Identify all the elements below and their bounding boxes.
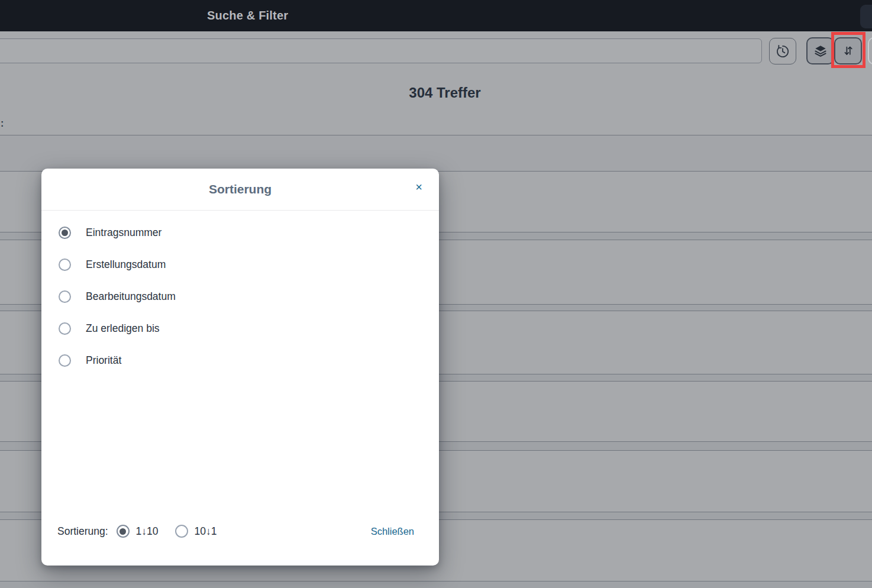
sort-option-eintragsnummer[interactable]: Eintragsnummer — [41, 217, 439, 248]
partial-edge-button[interactable] — [868, 37, 872, 64]
layers-icon — [813, 43, 828, 59]
sort-button[interactable] — [834, 37, 862, 64]
radio-icon[interactable] — [59, 259, 71, 271]
history-button[interactable] — [769, 38, 796, 64]
radio-selected-icon[interactable] — [117, 525, 130, 538]
sort-option-erstellungsdatum[interactable]: Erstellungsdatum — [41, 248, 439, 280]
page-title: Suche & Filter — [207, 0, 288, 31]
sort-option-label: Zu erledigen bis — [86, 322, 160, 335]
close-dialog-button[interactable]: Schließen — [371, 526, 414, 537]
sort-dialog: Sortierung × Eintragsnummer Erstellungsd… — [41, 169, 439, 566]
sort-dialog-footer: Sortierung: 1↓10 10↓1 Schließen — [41, 504, 439, 566]
radio-icon[interactable] — [59, 322, 71, 335]
cutoff-label-fragment: : — [1, 118, 4, 129]
sort-option-label: Erstellungsdatum — [86, 259, 166, 271]
sort-arrows-icon — [841, 43, 856, 59]
results-count: 304 Treffer — [0, 85, 872, 101]
close-icon[interactable]: × — [411, 179, 427, 195]
sort-option-label: Priorität — [86, 354, 121, 367]
app-header: Suche & Filter — [0, 0, 872, 31]
radio-icon[interactable] — [59, 354, 71, 367]
radio-icon[interactable] — [59, 290, 71, 303]
radio-selected-icon[interactable] — [59, 227, 71, 239]
sort-option-prioritaet[interactable]: Priorität — [41, 344, 439, 376]
sort-option-label: Bearbeitungsdatum — [86, 290, 176, 303]
search-input[interactable] — [0, 38, 762, 63]
layers-button[interactable] — [806, 37, 834, 64]
direction-label: 10↓1 — [195, 525, 217, 538]
list-row-separator — [0, 581, 872, 588]
list-row — [0, 135, 872, 172]
sort-option-bearbeitungsdatum[interactable]: Bearbeitungsdatum — [41, 280, 439, 312]
sort-direction-label: Sortierung: — [57, 525, 108, 538]
direction-descending[interactable]: 10↓1 — [175, 525, 217, 538]
history-icon — [775, 44, 790, 59]
sort-dialog-title: Sortierung — [41, 169, 439, 210]
sort-option-label: Eintragsnummer — [86, 227, 162, 239]
radio-icon[interactable] — [175, 525, 188, 538]
direction-label: 1↓10 — [136, 525, 159, 538]
sort-options-list: Eintragsnummer Erstellungsdatum Bearbeit… — [41, 211, 439, 376]
sort-option-zu-erledigen-bis[interactable]: Zu erledigen bis — [41, 312, 439, 344]
direction-ascending[interactable]: 1↓10 — [117, 525, 159, 538]
sort-dialog-header: Sortierung × — [41, 169, 439, 211]
header-corner-chip — [860, 5, 872, 28]
sort-direction-group: 1↓10 10↓1 — [117, 525, 217, 538]
